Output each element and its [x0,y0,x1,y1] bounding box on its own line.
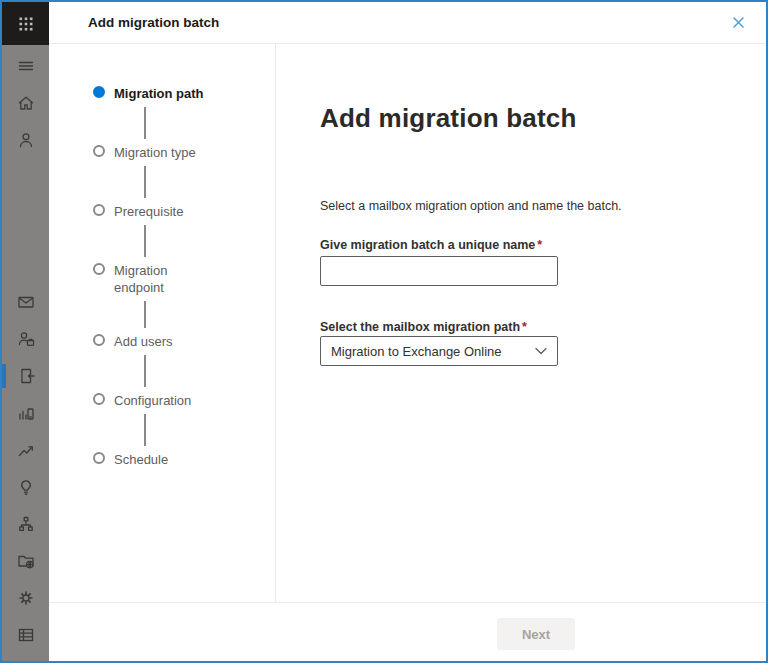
settings-icon [16,588,36,608]
page-description: Select a mailbox migration option and na… [320,199,736,213]
nav-users[interactable] [16,130,36,150]
home-icon [16,93,36,113]
page-title: Add migration batch [320,103,736,133]
dialog-footer: Next [49,602,766,661]
nav-menu[interactable] [16,56,36,76]
waffle-icon [15,13,37,35]
step-migration-path: Migration path [93,85,275,102]
step-connector [144,166,146,198]
batch-name-label: Give migration batch a unique name* [320,238,736,252]
close-button[interactable] [726,11,750,35]
chevron-down-icon [535,347,547,355]
nav-home[interactable] [16,93,36,113]
menu-icon [16,56,36,76]
step-label: Prerequisite [114,203,214,220]
app-launcher-button[interactable] [2,2,49,45]
step-migration-endpoint: Migration endpoint [93,262,275,296]
step-migration-type: Migration type [93,144,275,161]
table-icon [16,625,36,645]
dialog-body: Migration path Migration type Prerequisi… [49,44,766,602]
step-schedule: Schedule [93,451,275,468]
step-add-users: Add users [93,333,275,350]
nav-reports[interactable] [16,440,36,460]
step-connector [144,355,146,387]
wizard-steps: Migration path Migration type Prerequisi… [49,44,276,602]
step-dot [93,452,105,464]
step-connector [144,301,146,328]
required-asterisk: * [522,320,527,334]
nav-public-folders[interactable] [16,551,36,571]
org-icon [16,514,36,534]
step-dot [93,393,105,405]
step-label: Migration path [114,85,214,102]
step-dot [93,204,105,216]
step-label: Configuration [114,392,214,409]
step-label: Migration type [114,144,214,161]
insights-icon [16,477,36,497]
public-folders-icon [16,551,36,571]
nav-recipients[interactable] [16,329,36,349]
batch-name-input[interactable] [320,256,558,286]
nav-migration[interactable] [16,366,36,386]
step-prerequisite: Prerequisite [93,203,275,220]
next-button[interactable]: Next [497,618,575,650]
dialog-header: Add migration batch [49,2,766,44]
nav-insights[interactable] [16,477,36,497]
mobile-icon [16,403,36,423]
nav-settings[interactable] [16,588,36,608]
app-left-rail [2,2,49,661]
close-icon [730,14,747,31]
dialog-header-title: Add migration batch [88,15,726,30]
step-configuration: Configuration [93,392,275,409]
nav-mobile[interactable] [16,403,36,423]
step-dot [93,145,105,157]
nav-organization[interactable] [16,514,36,534]
step-connector [144,225,146,257]
main-content: Add migration batch Select a mailbox mig… [276,44,766,602]
add-migration-batch-dialog: Add migration batch Migration path Migra… [0,0,768,663]
step-connector [144,414,146,446]
reports-icon [16,440,36,460]
nav-mail[interactable] [16,292,36,312]
required-asterisk: * [537,238,542,252]
step-dot [93,263,105,275]
dialog-panel: Add migration batch Migration path Migra… [49,2,766,661]
recipients-icon [16,329,36,349]
dropdown-selected-value: Migration to Exchange Online [331,344,502,359]
step-label: Schedule [114,451,214,468]
migration-path-dropdown[interactable]: Migration to Exchange Online [320,336,558,366]
step-connector [144,107,146,139]
mail-icon [16,292,36,312]
step-dot-active [93,86,105,98]
step-dot [93,334,105,346]
selected-nav-indicator [2,364,6,388]
migration-icon [16,366,36,386]
person-icon [16,130,36,150]
step-label: Migration endpoint [114,262,214,296]
migration-path-label: Select the mailbox migration path* [320,320,736,334]
step-label: Add users [114,333,214,350]
nav-other[interactable] [16,625,36,645]
